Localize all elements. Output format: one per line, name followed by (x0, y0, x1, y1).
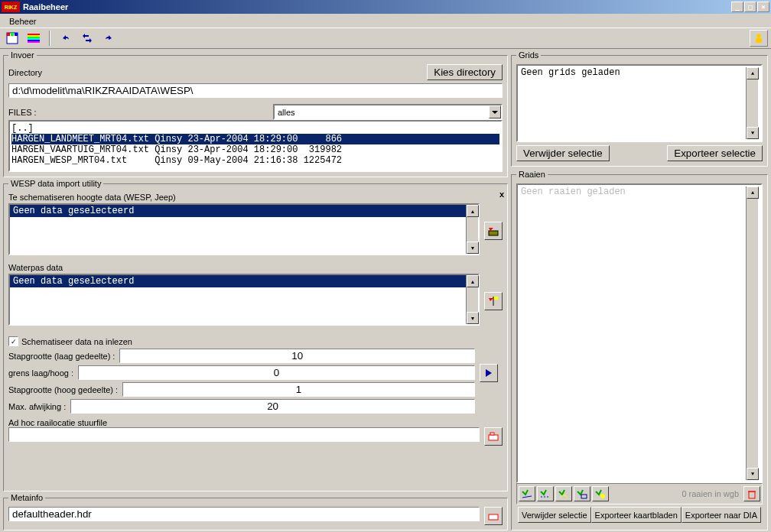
close-button[interactable]: × (757, 2, 769, 12)
raaien-empty-text: Geen raaien geladen (521, 187, 746, 480)
title-bar: RIKZ Raaibeheer _ □ × (0, 0, 771, 14)
folder-red-icon (487, 430, 499, 443)
svg-rect-9 (28, 41, 40, 43)
schematiseer-checkbox[interactable]: ✓ (8, 336, 18, 346)
file-row[interactable]: HARGEN_WESP_MRT04.txt Qinsy 09-May-2004 … (11, 155, 499, 166)
grids-group: Grids Geen grids geladen ▲ ▼ Verwijder s… (511, 50, 768, 167)
svg-rect-17 (489, 514, 498, 520)
grids-exporteer-button[interactable]: Exporteer selectie (667, 145, 763, 161)
grens-label: grens laag/hoog : (8, 368, 73, 378)
raaien-tool-3[interactable] (555, 486, 572, 501)
scroll-down-icon[interactable]: ▼ (467, 312, 479, 324)
raaien-list[interactable]: Geen raaien geladen ▲ ▼ (516, 183, 763, 483)
files-filter-value: alles (278, 108, 295, 117)
grids-scrollbar[interactable]: ▲ ▼ (746, 67, 758, 139)
scroll-up-icon[interactable]: ▲ (747, 67, 759, 79)
redo-button[interactable] (99, 30, 118, 47)
metainfo-legend: Metainfo (8, 493, 45, 502)
swap-icon (81, 32, 93, 44)
undo-icon (60, 32, 72, 44)
waterpas-data-box[interactable]: Geen data geselecteerd ▲ ▼ (8, 274, 480, 326)
hoogte-empty-text: Geen data geselecteerd (13, 206, 134, 216)
file-row[interactable]: HARGEN_LANDMEET_MRT04.txt Qinsy 23-Apr-2… (11, 134, 499, 144)
raaien-exp-kaart-button[interactable]: Exporteer kaartbladen (591, 507, 682, 523)
adhoc-input[interactable] (8, 427, 480, 442)
svg-rect-12 (489, 231, 498, 235)
svg-rect-6 (28, 37, 40, 38)
kies-directory-button[interactable]: Kies directory (427, 64, 503, 80)
hoogte-import-button[interactable] (484, 222, 503, 240)
maximize-button[interactable]: □ (744, 2, 756, 12)
files-filter-combo[interactable]: alles (273, 104, 503, 120)
raaien-exp-dia-button[interactable]: Exporteer naar DIA (682, 507, 761, 523)
metainfo-browse-button[interactable] (484, 507, 503, 525)
svg-rect-5 (28, 35, 40, 37)
raaien-group: Raaien Geen raaien geladen ▲ ▼ 0 raaien … (511, 170, 768, 530)
scroll-down-icon[interactable]: ▼ (747, 127, 759, 139)
grens-input[interactable] (78, 365, 475, 380)
raaien-scrollbar[interactable]: ▲ ▼ (746, 187, 758, 480)
minimize-button[interactable]: _ (731, 2, 743, 12)
raaien-tool-1[interactable] (519, 486, 535, 501)
app-logo-icon: RIKZ (2, 2, 20, 12)
raaien-status: 0 raaien in wgb (682, 489, 742, 498)
scroll-up-icon[interactable]: ▲ (747, 187, 759, 199)
grids-verwijder-button[interactable]: Verwijder selectie (516, 145, 610, 161)
stap-laag-input[interactable] (119, 349, 475, 363)
svg-point-10 (756, 34, 761, 38)
raaien-tool-5[interactable] (592, 486, 609, 501)
scroll-up-icon[interactable]: ▲ (467, 275, 479, 287)
raaien-verwijder-button[interactable]: Verwijder selectie (518, 507, 591, 523)
svg-rect-3 (15, 33, 18, 36)
file-row-parent[interactable]: [..] (11, 123, 499, 134)
invoer-group: Invoer Directory Kies directory FILES : … (3, 50, 508, 177)
hoogte-scrollbar[interactable]: ▲ ▼ (466, 205, 478, 254)
undo-button[interactable] (57, 30, 75, 47)
person-icon (753, 32, 765, 44)
raaien-delete-button[interactable] (743, 486, 760, 501)
svg-rect-7 (28, 38, 40, 40)
play-button[interactable] (480, 364, 498, 382)
raaien-tool-4[interactable] (574, 486, 590, 501)
hoogte-data-box[interactable]: Geen data geselecteerd ▲ ▼ (8, 203, 480, 255)
files-label: FILES : (8, 108, 270, 117)
menu-beheer[interactable]: Beheer (5, 15, 41, 28)
toolbar-separator (49, 31, 50, 46)
svg-rect-13 (493, 297, 498, 300)
tool-btn-right[interactable] (750, 30, 768, 47)
tool-btn-1[interactable] (3, 30, 21, 47)
invoer-legend: Invoer (8, 50, 37, 60)
svg-point-21 (600, 494, 605, 498)
svg-rect-4 (28, 34, 40, 35)
file-row[interactable]: HARGEN_VAARTUIG_MRT04.txt Qinsy 23-Apr-2… (11, 144, 499, 155)
waterpas-import-button[interactable] (484, 292, 503, 310)
check-grid-icon (577, 488, 587, 499)
waterpas-scrollbar[interactable]: ▲ ▼ (466, 275, 478, 324)
adhoc-browse-button[interactable] (484, 427, 503, 446)
wesp-group: WESP data import utility x Te schematise… (3, 179, 508, 491)
raaien-tool-2[interactable] (537, 486, 554, 501)
schematiseer-label: Schematiseer data na inlezen (21, 337, 132, 346)
stap-hoog-input[interactable] (122, 382, 475, 397)
swap-button[interactable] (78, 30, 96, 47)
max-afw-input[interactable] (70, 399, 475, 414)
wesp-legend: WESP data import utility (8, 179, 103, 188)
svg-rect-22 (749, 491, 755, 498)
trash-icon (747, 488, 757, 499)
scroll-down-icon[interactable]: ▼ (747, 468, 759, 480)
scroll-down-icon[interactable]: ▼ (467, 242, 479, 254)
metainfo-input[interactable] (8, 507, 480, 521)
check-line-icon (522, 488, 532, 499)
files-list[interactable]: [..] HARGEN_LANDMEET_MRT04.txt Qinsy 23-… (8, 120, 503, 172)
grids-list[interactable]: Geen grids geladen ▲ ▼ (516, 64, 763, 142)
menu-bar: Beheer (0, 14, 771, 28)
combo-arrow-icon[interactable] (489, 105, 501, 118)
grid-color-icon (6, 32, 18, 44)
import-save-icon (487, 225, 499, 237)
play-icon (484, 368, 493, 378)
tool-btn-2[interactable] (24, 30, 43, 47)
directory-input[interactable] (8, 83, 503, 98)
scroll-up-icon[interactable]: ▲ (467, 205, 479, 217)
wesp-close-icon[interactable]: x (499, 190, 504, 199)
metainfo-group: Metainfo (3, 493, 508, 530)
